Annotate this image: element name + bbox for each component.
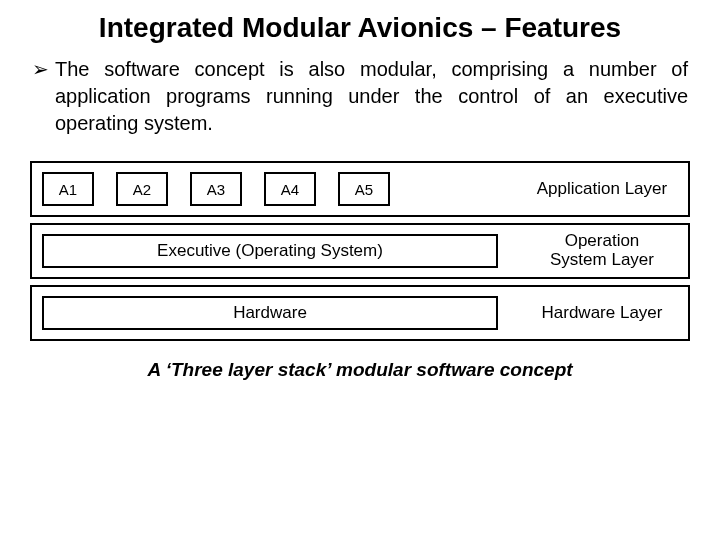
application-boxes: A1 A2 A3 A4 A5 xyxy=(32,163,516,215)
slide: Integrated Modular Avionics – Features ➢… xyxy=(0,0,720,381)
os-label-line1: Operation xyxy=(565,231,640,250)
bullet-text: The software concept is also modular, co… xyxy=(55,56,688,137)
application-layer-row: A1 A2 A3 A4 A5 Application Layer xyxy=(30,161,690,217)
app-box-a2: A2 xyxy=(116,172,168,206)
app-box-a4: A4 xyxy=(264,172,316,206)
executive-os-bar: Executive (Operating System) xyxy=(42,234,498,268)
hardware-bar: Hardware xyxy=(42,296,498,330)
diagram-caption: A ‘Three layer stack’ modular software c… xyxy=(28,359,692,381)
app-box-a3: A3 xyxy=(190,172,242,206)
operating-system-layer-row: Executive (Operating System) Operation S… xyxy=(30,223,690,279)
exec-bar-area: Executive (Operating System) xyxy=(32,225,516,277)
operating-system-layer-label: Operation System Layer xyxy=(516,232,688,269)
hw-bar-area: Hardware xyxy=(32,287,516,339)
hardware-layer-label: Hardware Layer xyxy=(516,304,688,323)
hardware-layer-row: Hardware Hardware Layer xyxy=(30,285,690,341)
app-box-a5: A5 xyxy=(338,172,390,206)
bullet-item: ➢ The software concept is also modular, … xyxy=(32,56,688,137)
bullet-arrow-icon: ➢ xyxy=(32,56,49,83)
application-layer-label: Application Layer xyxy=(516,180,688,199)
app-box-a1: A1 xyxy=(42,172,94,206)
page-title: Integrated Modular Avionics – Features xyxy=(52,12,668,44)
os-label-line2: System Layer xyxy=(550,250,654,269)
three-layer-diagram: A1 A2 A3 A4 A5 Application Layer Executi… xyxy=(30,161,690,341)
